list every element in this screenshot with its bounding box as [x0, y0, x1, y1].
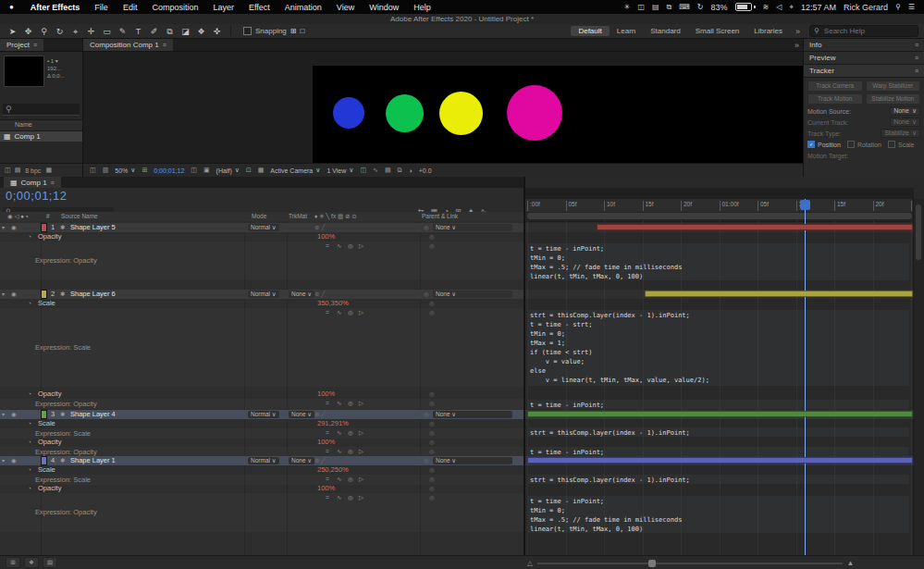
property-row[interactable]: ◔Scale250,250%◎ — [0, 465, 524, 475]
view-toggle-icon[interactable]: ◫ — [90, 167, 96, 174]
mode-dropdown[interactable]: Normal ∨ — [248, 291, 279, 298]
volume-icon[interactable]: ◁ — [776, 3, 782, 12]
pen-tool[interactable]: ✎ — [116, 25, 129, 38]
expression-pickwhip-icon[interactable]: ◎ — [429, 447, 435, 456]
expression-enable-icon[interactable]: = — [326, 399, 329, 408]
display-icon[interactable]: ▤ — [652, 3, 659, 12]
camera-tool[interactable]: ⌖ — [68, 25, 82, 38]
expand-transfer-controls-icon[interactable]: ❖ — [24, 557, 39, 568]
expression-row[interactable]: Expression: Scale=∿◎▷◎ — [0, 308, 524, 387]
expression-graph-icon[interactable]: ∿ — [337, 493, 341, 502]
current-time-indicator-grip[interactable] — [800, 200, 810, 210]
layer-name[interactable]: Shape Layer 4 — [70, 410, 116, 419]
apple-menu-icon[interactable]: ● — [9, 3, 14, 11]
property-pickwhip-icon[interactable]: ◎ — [429, 299, 435, 308]
property-name[interactable]: Opacity — [38, 438, 61, 447]
expression-pickwhip-icon[interactable]: ◎ — [348, 241, 353, 251]
menubar-user[interactable]: Rick Gerard — [844, 3, 888, 12]
layer-row[interactable]: ▾◉2✱Shape Layer 6Normal ∨None ∨⊕ ╱◎None … — [0, 290, 524, 299]
property-row[interactable]: ◔Scale350,350%◎ — [0, 299, 524, 308]
stopwatch-icon[interactable]: ◔ — [28, 390, 31, 399]
property-row[interactable]: ◔Opacity100%◎ — [0, 438, 524, 447]
layer-row[interactable]: ▾◉3✱Shape Layer 4Normal ∨None ∨⊕ ╱◎None … — [0, 410, 524, 419]
menu-item-edit[interactable]: Edit — [116, 3, 145, 12]
source-name-header[interactable]: Source Name — [61, 213, 98, 219]
fast-previews-icon[interactable]: ∿ — [373, 167, 378, 174]
parent-dropdown[interactable]: None ∨ — [433, 457, 512, 464]
stopwatch-icon[interactable]: ◔ — [28, 299, 31, 308]
project-item-comp1[interactable]: ▦ Comp 1 — [0, 131, 82, 142]
interpret-footage-icon[interactable]: ◫ — [5, 167, 11, 174]
expression-field[interactable]: t = time - inPoint; tMin = 0; tMax = .5;… — [528, 496, 909, 533]
twirl-icon[interactable]: ▾ — [2, 290, 5, 299]
zoom-tool[interactable]: ⚲ — [37, 25, 51, 38]
tab-timeline-comp1[interactable]: ▦ Comp 1 ≡ — [4, 177, 61, 188]
eraser-tool[interactable]: ◪ — [179, 25, 192, 38]
expression-row[interactable]: Expression: Opacity=∿◎▷◎ — [0, 493, 524, 532]
show-snapshot-icon[interactable]: ▣ — [203, 167, 210, 174]
spotlight-icon[interactable]: ⚲ — [895, 3, 901, 11]
layer-color-chip[interactable] — [41, 223, 47, 232]
motion-source-dropdown[interactable]: None ∨ — [890, 106, 920, 116]
twirl-icon[interactable]: ▾ — [2, 410, 5, 419]
expression-field[interactable]: strt = thisComp.layer(index - 1).inPoint… — [528, 475, 909, 484]
panel-menu-icon[interactable]: ≡ — [915, 55, 918, 61]
parent-link-header[interactable]: Parent & Link — [422, 213, 458, 219]
shape-layer-4-duration-bar[interactable] — [527, 411, 913, 417]
property-value[interactable]: 250,250% — [317, 465, 349, 475]
shape-layer-6-duration-bar[interactable] — [645, 291, 913, 297]
tab-composition-comp1[interactable]: Composition Comp 1 ≡ — [83, 39, 173, 51]
help-search[interactable]: ⚲ — [809, 25, 918, 37]
parent-dropdown[interactable]: None ∨ — [433, 411, 512, 418]
stopwatch-icon[interactable]: ◔ — [28, 438, 31, 447]
help-search-input[interactable] — [822, 26, 909, 36]
shape-layer-5-duration-bar[interactable] — [597, 224, 913, 230]
panel-menu-icon[interactable]: ≡ — [915, 68, 918, 74]
snapshot-icon[interactable]: ◫ — [191, 167, 197, 174]
channel-icon[interactable]: ▥ — [103, 167, 109, 174]
expression-pickwhip-icon[interactable]: ◎ — [429, 428, 435, 438]
work-area-bar[interactable] — [527, 213, 912, 219]
trkmat-dropdown[interactable]: None ∨ — [289, 411, 314, 418]
property-value[interactable]: 350,350% — [317, 299, 349, 308]
property-value[interactable]: 100% — [317, 438, 335, 447]
expression-graph-icon[interactable]: ∿ — [337, 241, 341, 251]
expression-pickwhip-icon[interactable]: ◎ — [348, 493, 353, 502]
expression-pickwhip-icon[interactable]: ◎ — [429, 399, 435, 408]
stopwatch-icon[interactable]: ◔ — [28, 465, 31, 475]
expression-graph-icon[interactable]: ∿ — [337, 428, 341, 438]
camera-status-icon[interactable]: ◫ — [637, 3, 645, 12]
parent-pickwhip-icon[interactable]: ◎ — [424, 410, 429, 419]
layer-color-chip[interactable] — [41, 456, 47, 465]
workspace-tab-libraries[interactable]: Libraries — [746, 26, 790, 36]
current-time-display[interactable]: 0;00;01;12 — [6, 189, 67, 203]
track-type-dropdown[interactable]: Stabilize ∨ — [881, 129, 920, 138]
layer-switches[interactable]: ⊕ ╱ — [314, 290, 325, 299]
track-motion-button[interactable]: Track Motion — [807, 93, 863, 105]
twirl-icon[interactable]: ▾ — [2, 456, 5, 465]
shape-tool[interactable]: ▭ — [100, 25, 114, 38]
timeline-vertical-scrollbar[interactable] — [913, 199, 924, 555]
workspace-tab-standard[interactable]: Standard — [643, 26, 687, 36]
expression-enable-icon[interactable]: = — [326, 493, 329, 502]
snapping-checkbox[interactable] — [243, 27, 252, 35]
expression-language-icon[interactable]: ▷ — [359, 399, 363, 408]
twirl-icon[interactable]: ▾ — [2, 223, 5, 232]
expression-pickwhip-icon[interactable]: ◎ — [429, 241, 435, 251]
property-pickwhip-icon[interactable]: ◎ — [429, 232, 435, 241]
expression-pickwhip-icon[interactable]: ◎ — [429, 493, 435, 502]
expression-graph-icon[interactable]: ∿ — [337, 399, 341, 408]
expand-layer-switches-icon[interactable]: ⊞ — [6, 557, 20, 568]
panel-menu-icon[interactable]: ≡ — [33, 42, 37, 48]
layer-name[interactable]: Shape Layer 1 — [70, 456, 116, 465]
property-value[interactable]: 291,291% — [317, 419, 349, 428]
expression-language-icon[interactable]: ▷ — [359, 475, 363, 484]
property-name[interactable]: Scale — [38, 419, 55, 428]
expression-field[interactable]: strt = thisComp.layer(index - 1).inPoint… — [528, 427, 909, 437]
expression-language-icon[interactable]: ▷ — [359, 428, 363, 438]
trkmat-dropdown[interactable]: None ∨ — [289, 457, 314, 464]
expression-field[interactable]: t = time - inPoint; tMin = 0; tMax = .5;… — [528, 243, 909, 280]
zoom-in-icon[interactable]: ▲ — [847, 559, 854, 567]
property-row[interactable]: ◔Opacity100%◎ — [0, 484, 524, 493]
snap-to-features-icon[interactable]: ⊞ — [290, 27, 297, 35]
